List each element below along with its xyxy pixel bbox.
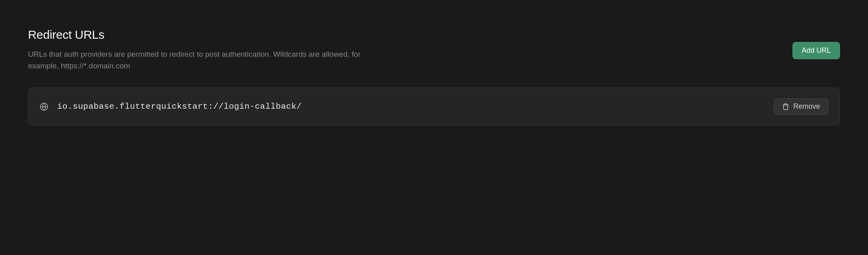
remove-button-label: Remove: [793, 102, 820, 111]
page-description: URLs that auth providers are permitted t…: [28, 49, 368, 72]
globe-icon: [40, 102, 48, 111]
page-title: Redirect URLs: [28, 28, 368, 42]
url-value: io.supabase.flutterquickstart://login-ca…: [57, 102, 765, 111]
url-row: io.supabase.flutterquickstart://login-ca…: [28, 88, 840, 126]
trash-icon: [782, 103, 789, 110]
remove-url-button[interactable]: Remove: [774, 98, 828, 115]
add-url-button[interactable]: Add URL: [792, 42, 840, 59]
